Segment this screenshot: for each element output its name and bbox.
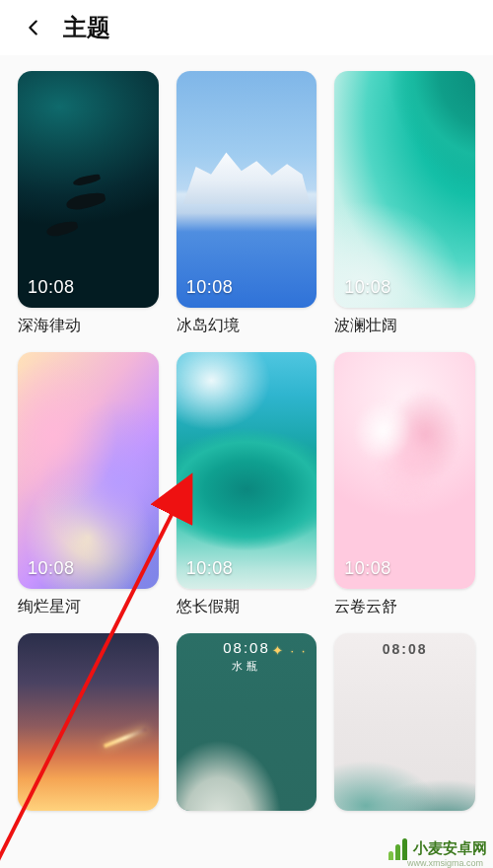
theme-card-iceland[interactable]: 10:08 冰岛幻境 [176,71,317,336]
theme-card-nebula[interactable]: 10:08 绚烂星河 [18,352,159,617]
header: 主题 [0,0,493,55]
theme-thumbnail [18,633,159,811]
theme-label: 悠长假期 [176,597,317,617]
clock-text: 10:08 [344,277,391,298]
clock-text: 10:08 [28,558,75,579]
theme-thumbnail: 10:08 [334,352,475,589]
theme-thumbnail: 08:08 水瓶 ✦ · · [176,633,317,811]
theme-label: 深海律动 [18,316,159,336]
clock-text: 08:08 [383,641,428,657]
theme-grid: 10:08 深海律动 10:08 冰岛幻境 10:08 波澜壮阔 10:08 绚… [0,55,493,811]
back-button[interactable] [20,14,47,41]
theme-card-waves[interactable]: 10:08 波澜壮阔 [334,71,475,336]
watermark-logo-icon [386,836,409,860]
watermark: 小麦安卓网 [386,836,487,860]
theme-label: 波澜壮阔 [334,316,475,336]
theme-thumbnail: 10:08 [18,352,159,589]
constellation-label: 水瓶 [232,659,261,674]
clock-text: 10:08 [28,277,75,298]
watermark-brand-text: 小麦安卓网 [413,839,487,858]
theme-thumbnail: 08:08 [334,633,475,811]
page-title: 主题 [63,12,110,43]
theme-thumbnail: 10:08 [176,71,317,308]
theme-card-sunset[interactable] [18,633,159,811]
clock-text: 10:08 [344,558,391,579]
theme-label: 冰岛幻境 [176,316,317,336]
clock-text: 08:08 [223,639,270,656]
arrow-left-icon [23,17,44,38]
watermark-url-text: www.xmsigma.com [407,858,483,868]
theme-card-wave-art[interactable]: 08:08 [334,633,475,811]
theme-card-holiday[interactable]: 10:08 悠长假期 [176,352,317,617]
theme-card-clouds[interactable]: 10:08 云卷云舒 [334,352,475,617]
theme-label: 云卷云舒 [334,597,475,617]
theme-card-aquarius[interactable]: 08:08 水瓶 ✦ · · [176,633,317,811]
theme-thumbnail: 10:08 [334,71,475,308]
theme-thumbnail: 10:08 [176,352,317,589]
theme-label: 绚烂星河 [18,597,159,617]
constellation-icon: ✦ · · [272,643,307,658]
clock-text: 10:08 [186,277,234,298]
clock-text: 10:08 [186,558,234,579]
theme-card-deep-sea[interactable]: 10:08 深海律动 [18,71,159,336]
theme-thumbnail: 10:08 [18,71,159,308]
